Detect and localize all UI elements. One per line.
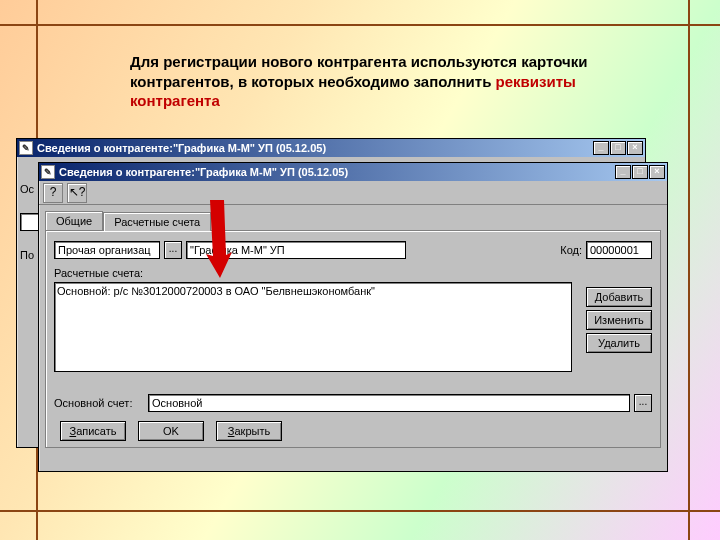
minimize-button-back[interactable]: _ xyxy=(593,141,609,155)
app-icon: ✎ xyxy=(19,141,33,155)
toolbar: ? ↖? xyxy=(39,181,667,205)
close-button[interactable]: × xyxy=(649,165,665,179)
minimize-button[interactable]: _ xyxy=(615,165,631,179)
main-account-input[interactable] xyxy=(148,394,630,412)
main-account-label: Основной счет: xyxy=(54,397,144,409)
delete-button[interactable]: Удалить xyxy=(586,333,652,353)
list-item[interactable]: Основной: р/с №3012000720003 в ОАО "Белв… xyxy=(57,285,569,297)
close-dialog-button[interactable]: Закрыть xyxy=(216,421,282,441)
accounts-label: Расчетные счета: xyxy=(54,267,143,279)
main-account-ellipsis-button[interactable]: ... xyxy=(634,394,652,412)
ok-button[interactable]: OK xyxy=(138,421,204,441)
tabs: Общие Расчетные счета xyxy=(45,211,661,230)
maximize-button-back[interactable]: □ xyxy=(610,141,626,155)
code-input[interactable] xyxy=(586,241,652,259)
help-icon[interactable]: ? xyxy=(43,183,63,203)
context-help-icon[interactable]: ↖? xyxy=(67,183,87,203)
window-front: ✎ Сведения о контрагенте:"Графика М-М" У… xyxy=(38,162,668,472)
close-button-back[interactable]: × xyxy=(627,141,643,155)
tab-panel-accounts: ... Код: Расчетные счета: Основной: р/с … xyxy=(45,230,661,448)
edit-button[interactable]: Изменить xyxy=(586,310,652,330)
tab-general[interactable]: Общие xyxy=(45,211,103,230)
slide-heading: Для регистрации нового контрагента испол… xyxy=(130,52,610,111)
add-button[interactable]: Добавить xyxy=(586,287,652,307)
app-icon: ✎ xyxy=(41,165,55,179)
title-text-front: Сведения о контрагенте:"Графика М-М" УП … xyxy=(59,166,615,178)
code-label: Код: xyxy=(560,244,582,256)
titlebar-back[interactable]: ✎ Сведения о контрагенте:"Графика М-М" У… xyxy=(17,139,645,157)
maximize-button[interactable]: □ xyxy=(632,165,648,179)
tab-accounts[interactable]: Расчетные счета xyxy=(103,212,211,231)
org-name-input[interactable] xyxy=(186,241,406,259)
accounts-list[interactable]: Основной: р/с №3012000720003 в ОАО "Белв… xyxy=(54,282,572,372)
write-button[interactable]: Записать xyxy=(60,421,126,441)
org-type-input[interactable] xyxy=(54,241,160,259)
org-type-ellipsis-button[interactable]: ... xyxy=(164,241,182,259)
titlebar-front[interactable]: ✎ Сведения о контрагенте:"Графика М-М" У… xyxy=(39,163,667,181)
title-text-back: Сведения о контрагенте:"Графика М-М" УП … xyxy=(37,142,593,154)
